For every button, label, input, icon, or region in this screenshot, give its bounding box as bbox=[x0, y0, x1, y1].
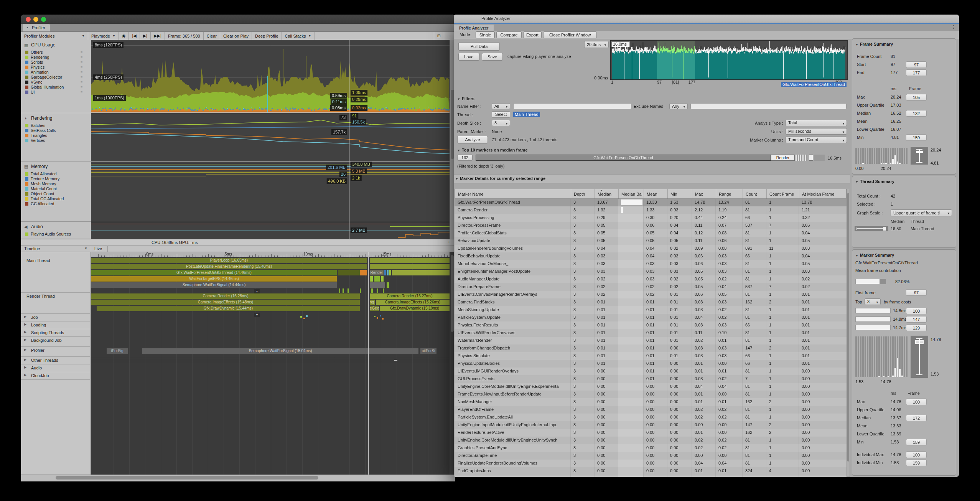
record-icon[interactable]: ◉ bbox=[119, 32, 129, 40]
collapse-button[interactable]: ▼ bbox=[254, 289, 260, 293]
drag-handle-icon[interactable]: = bbox=[81, 55, 82, 59]
cpu-usage-chart[interactable] bbox=[91, 40, 450, 112]
expand-arrow-icon[interactable]: ▶ bbox=[24, 323, 26, 326]
thread-range-graph[interactable] bbox=[855, 226, 888, 231]
table-row[interactable]: UnityEngine.CoreModule.dll!UnityEngine.E… bbox=[455, 383, 847, 391]
audio-chart[interactable] bbox=[91, 222, 450, 239]
table-row[interactable]: Camera.FindStacks30.010.010.010.030.0316… bbox=[455, 298, 847, 306]
frame-jump-button[interactable]: 132 bbox=[906, 110, 927, 117]
table-row[interactable]: UnityEngine.CoreModule.dll!UnityEngine::… bbox=[455, 437, 847, 444]
table-scrollbar[interactable] bbox=[847, 189, 850, 477]
profiler-modules-dropdown[interactable]: Profiler Modules▼ bbox=[21, 32, 88, 40]
table-row[interactable]: EnlightenRuntimeManager.PostUpdate30.030… bbox=[455, 268, 847, 275]
collapse-button[interactable]: ▼ bbox=[254, 313, 260, 317]
legend-item[interactable]: Rendering= bbox=[25, 55, 49, 59]
marker-histogram[interactable] bbox=[855, 336, 909, 378]
legend-item[interactable]: UI= bbox=[25, 90, 35, 94]
clear-button[interactable]: Clear bbox=[204, 32, 220, 40]
table-row[interactable]: GUI.ProcessEvents30.000.010.000.030.0271… bbox=[455, 375, 847, 383]
top10-bar[interactable]: Gfx.WaitForPresentOnGfxThread Render bbox=[476, 155, 825, 161]
drag-handle-icon[interactable]: = bbox=[81, 90, 82, 94]
close-profiler-window-button[interactable]: Close Profiler Window bbox=[543, 31, 597, 38]
timeline-bar[interactable]: tForSig bbox=[107, 348, 128, 354]
legend-item[interactable]: Triangles bbox=[25, 133, 47, 138]
timeline-bar[interactable]: aitForSi bbox=[420, 348, 436, 354]
thread-value-chip[interactable]: Main Thread bbox=[513, 112, 540, 117]
table-row[interactable]: UpdateRendererBoundingVolumes30.040.040.… bbox=[455, 245, 847, 252]
timeline-bar[interactable] bbox=[370, 276, 373, 282]
marker-table-header[interactable]: Marker NameDepthMedianMedian BarMeanMinM… bbox=[455, 189, 847, 199]
legend-item[interactable]: Animation= bbox=[25, 70, 49, 74]
frame-jump-button[interactable]: 159 bbox=[906, 134, 927, 141]
legend-item[interactable]: Others= bbox=[25, 50, 43, 54]
analyzer-titlebar[interactable]: Profile Analyzer bbox=[454, 15, 959, 23]
timeline-bar[interactable] bbox=[360, 270, 367, 275]
legend-item[interactable]: GC Allocated bbox=[25, 201, 54, 206]
legend-item[interactable]: VSync= bbox=[25, 80, 42, 84]
graph-scale-dropdown[interactable]: Upper quartile of frame ti▼ bbox=[891, 209, 952, 216]
frame-jump-button[interactable]: 97 bbox=[906, 289, 927, 296]
frame-histogram[interactable] bbox=[855, 147, 909, 165]
marker-summary-header[interactable]: ▼Marker Summary bbox=[855, 253, 894, 257]
timeline-bar[interactable] bbox=[374, 276, 380, 282]
frame-jump-button[interactable]: 100 bbox=[906, 452, 927, 458]
table-row[interactable]: ParticleSystem.EndUpdateAll30.000.000.00… bbox=[455, 414, 847, 421]
table-row[interactable]: BehaviourUpdate30.050.050.050.110.068110… bbox=[455, 237, 847, 245]
marker-columns-dropdown[interactable]: Time and Count▼ bbox=[786, 137, 847, 143]
timeline-bar[interactable]: Camera.ImageEffects (15.26ms) bbox=[376, 300, 450, 305]
next-frame-button[interactable]: ▶| bbox=[140, 32, 151, 40]
thread-summary-header[interactable]: ▼Thread Summary bbox=[855, 179, 894, 184]
table-row[interactable]: NavMeshManager30.000.000.000.010.0116220… bbox=[455, 398, 847, 406]
thread-row-profiler[interactable]: ▶Profiler bbox=[21, 347, 91, 357]
frame-jump-button[interactable]: 97 bbox=[906, 61, 927, 68]
horizontal-scrollbar[interactable] bbox=[21, 475, 455, 481]
save-button[interactable]: Save bbox=[482, 53, 503, 61]
kebab-icon[interactable]: ⋮ bbox=[447, 240, 451, 245]
table-row[interactable]: FrameEvents.NewInputBeforeRenderUpdate30… bbox=[455, 391, 847, 398]
table-row[interactable]: Profiler.CollectGlobalStats30.050.050.04… bbox=[455, 229, 847, 237]
table-row[interactable]: Director.PrepareFrame30.020.020.020.050.… bbox=[455, 283, 847, 291]
mode-export-button[interactable]: Export bbox=[523, 31, 542, 38]
expand-arrow-icon[interactable]: ▶ bbox=[24, 338, 26, 341]
more-icon[interactable]: ⋯ bbox=[444, 32, 455, 40]
drag-handle-icon[interactable]: = bbox=[81, 85, 82, 89]
close-icon[interactable] bbox=[26, 17, 31, 22]
table-row[interactable]: Director.ProcessFrame30.050.060.040.110.… bbox=[455, 222, 847, 229]
grid-icon[interactable]: ⊞ bbox=[434, 32, 444, 40]
selected-marker-chip[interactable]: Gfx.WaitForPresentOnGfxThread bbox=[781, 82, 847, 87]
table-row[interactable]: Director.SampleTime30.000.000.000.000.00… bbox=[455, 452, 847, 460]
top10-segment-main[interactable]: Gfx.WaitForPresentOnGfxThread bbox=[476, 155, 771, 161]
legend-item[interactable]: Vertices bbox=[25, 138, 45, 143]
timeline-bar[interactable] bbox=[389, 270, 391, 275]
frame-summary-header[interactable]: ▼Frame Summary bbox=[855, 42, 893, 46]
legend-item[interactable]: Object Count bbox=[25, 191, 54, 196]
exclude-mode-dropdown[interactable]: Any▼ bbox=[669, 103, 688, 109]
table-row[interactable]: Physics.FetchResults30.010.010.010.030.0… bbox=[455, 321, 847, 329]
depth-slice-dropdown[interactable]: 3▼ bbox=[492, 120, 510, 126]
table-row[interactable]: UnityEngine.InputModule.dll!UnityEngineI… bbox=[455, 421, 847, 429]
timeline-bar[interactable]: Camera.ImageEffects (15.48ms) bbox=[91, 300, 360, 305]
live-button[interactable]: Live bbox=[91, 246, 108, 252]
thread-row-render-thread[interactable]: Render Thread bbox=[21, 293, 91, 314]
column-header-at-median-frame[interactable]: At Median Frame bbox=[802, 192, 845, 196]
kebab-icon[interactable]: ⋮ bbox=[951, 25, 955, 30]
legend-item[interactable]: Physics= bbox=[25, 65, 44, 69]
rendering-chart[interactable] bbox=[91, 113, 450, 161]
drag-handle-icon[interactable]: = bbox=[81, 60, 82, 64]
frame-boxplot[interactable] bbox=[911, 147, 928, 165]
timeline-bar[interactable]: Semaphore.WaitForSignal (15.04ms) bbox=[142, 348, 418, 354]
table-row[interactable]: Physics.Processing30.290.300.200.440.246… bbox=[455, 214, 847, 222]
table-row[interactable]: PlayerEndOfFrame30.000.000.000.020.02811… bbox=[455, 406, 847, 414]
frame-jump-button[interactable]: 100 bbox=[906, 308, 927, 314]
drag-handle-icon[interactable]: = bbox=[81, 80, 82, 84]
timeline-bar[interactable]: Semaphore.WaitForSignal (14.44ms) bbox=[91, 282, 337, 288]
call-stacks-dropdown[interactable]: Call Stacks▼ bbox=[282, 32, 315, 40]
timeline-bar[interactable]: Render bbox=[370, 270, 384, 275]
column-header-min[interactable]: Min bbox=[670, 192, 690, 196]
timeline-bar[interactable]: WaitForTargetFPS (14.46ms) bbox=[91, 276, 337, 282]
timeline-bar[interactable]: PlayerLoop (16.65ms) bbox=[91, 258, 367, 263]
timeline-bar[interactable] bbox=[370, 264, 450, 269]
frame-jump-button[interactable]: 105 bbox=[906, 94, 927, 101]
table-row[interactable]: AudioManager.Update30.020.030.020.050.02… bbox=[455, 275, 847, 283]
table-row[interactable]: Physics.UpdateBodies30.010.010.000.010.0… bbox=[455, 360, 847, 368]
